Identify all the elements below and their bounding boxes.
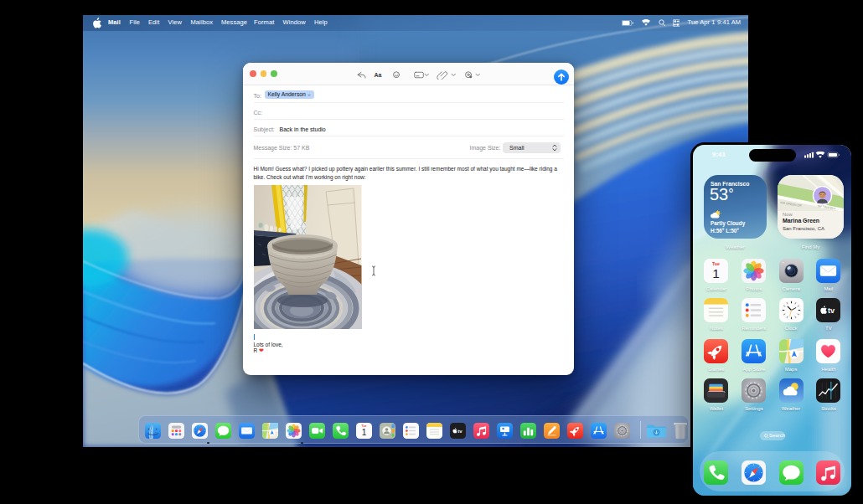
svg-text:Aa: Aa [375, 71, 382, 77]
svg-text:tv: tv [457, 429, 463, 434]
svg-text:1: 1 [362, 427, 367, 436]
svg-text:1: 1 [713, 265, 721, 280]
svg-text:tv: tv [828, 306, 835, 315]
